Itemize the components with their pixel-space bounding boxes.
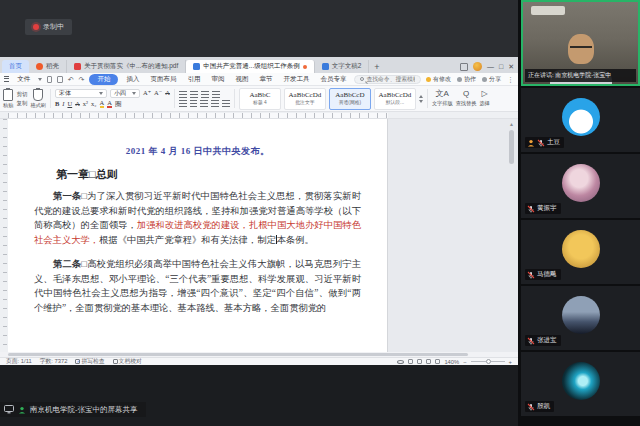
zoom-slider[interactable]	[471, 361, 505, 362]
proofread-toggle[interactable]: 文档校对	[113, 357, 142, 365]
decrease-indent-icon[interactable]	[201, 91, 209, 98]
collab-icon	[457, 77, 462, 82]
tab-active-document[interactable]: 中国共产党普通...级组织工作条例	[186, 60, 314, 73]
grow-font-button[interactable]: A⁺	[143, 90, 151, 97]
vertical-scrollbar[interactable]: ▲	[508, 121, 515, 350]
bullet-list-icon[interactable]	[179, 91, 187, 98]
cut-button[interactable]: 剪切	[16, 91, 27, 98]
new-tab-button[interactable]: +	[369, 60, 384, 73]
vertical-ruler[interactable]	[0, 119, 8, 352]
font-name-combo[interactable]: 宋体	[55, 89, 107, 98]
collaborate-button[interactable]: 协作	[457, 75, 476, 84]
align-left-icon[interactable]	[179, 100, 187, 107]
close-button[interactable]: ✕	[508, 63, 514, 70]
participant-video-tile[interactable]: 正在讲话: 南京机电学院-张宝中	[521, 0, 640, 86]
font-color-button[interactable]: A	[107, 100, 112, 109]
maximize-button[interactable]: □	[499, 63, 503, 70]
redo-icon[interactable]: ↷	[79, 76, 85, 83]
enclose-character-button[interactable]: 圈	[115, 101, 122, 108]
style-normal-grid[interactable]: AaBbCcD 普通(网格)	[329, 88, 371, 110]
zoom-level[interactable]: 140%	[444, 359, 459, 365]
file-menu[interactable]: 文件	[14, 74, 33, 85]
search-input[interactable]	[366, 76, 415, 82]
menu-tab-review[interactable]: 审阅	[208, 74, 227, 85]
tab-home[interactable]: 首页	[2, 60, 29, 73]
style-scroll-down-icon[interactable]	[419, 100, 423, 103]
zoom-out-button[interactable]: −	[463, 359, 466, 365]
clear-format-button[interactable]: A	[165, 90, 170, 97]
account-avatar[interactable]	[473, 62, 482, 71]
modified-status[interactable]: 有修改	[426, 75, 451, 84]
menu-tab-member[interactable]: 会员专享	[317, 74, 349, 85]
subscript-button[interactable]: x₂	[91, 101, 97, 108]
align-center-icon[interactable]	[190, 100, 197, 107]
font-size-combo[interactable]: 小四	[110, 89, 140, 98]
format-painter-button[interactable]: 格式刷	[30, 89, 46, 109]
document-page[interactable]: 2021 年 4 月 16 日中共中央发布。 第一章□总则 第一条□为了深入贯彻…	[8, 119, 388, 352]
zoom-in-button[interactable]: +	[509, 359, 512, 365]
style-comment-text[interactable]: AaBbCcDd 批注文字	[284, 88, 326, 110]
horizontal-ruler[interactable]	[0, 112, 518, 119]
style-scroll-up-icon[interactable]	[419, 95, 423, 98]
scrollbar-thumb[interactable]	[509, 130, 514, 164]
paste-button[interactable]: 粘贴	[3, 89, 13, 109]
hscroll-thumb[interactable]	[8, 353, 468, 356]
scroll-up-icon[interactable]: ▲	[508, 121, 515, 128]
fullscreen-icon[interactable]	[435, 359, 440, 364]
window-controls: — □ ✕	[460, 62, 518, 73]
undo-icon[interactable]: ↶	[68, 76, 74, 83]
tab-pdf-document[interactable]: 关于贯彻落实《中...布的通知.pdf	[67, 60, 186, 73]
tab-document-2[interactable]: 文字文稿2	[315, 60, 370, 73]
chevron-down-icon[interactable]	[38, 78, 42, 81]
strikethrough-button[interactable]: A	[75, 101, 80, 108]
spell-check-toggle[interactable]: 拼写检查	[75, 357, 104, 365]
select-button[interactable]: ▷ 选择	[479, 90, 489, 107]
menu-tab-references[interactable]: 引用	[184, 74, 203, 85]
view-mode-web-icon[interactable]	[417, 359, 422, 364]
copy-button[interactable]: 复制	[16, 100, 27, 107]
style-default-paragraph[interactable]: AaBbCcDd 默认段...	[374, 88, 416, 110]
tab-docer[interactable]: 稻壳	[29, 60, 67, 73]
menu-tab-insert[interactable]: 插入	[123, 74, 142, 85]
print-icon[interactable]	[57, 76, 62, 83]
style-heading4[interactable]: AaBbC 标题 4	[239, 88, 281, 110]
save-icon[interactable]	[47, 76, 52, 83]
participant-tile[interactable]: 马德飚	[521, 220, 640, 284]
participant-tile[interactable]: 殷凯	[521, 352, 640, 416]
line-spacing-icon[interactable]	[222, 100, 230, 107]
bold-button[interactable]: B	[55, 101, 59, 108]
highlight-color-button[interactable]: A	[100, 100, 105, 109]
shrink-font-button[interactable]: A⁻	[154, 90, 162, 97]
find-replace-button[interactable]: Q 查找替换	[456, 90, 477, 107]
checkbox-icon	[75, 359, 80, 364]
command-search-box[interactable]	[354, 75, 421, 84]
more-icon[interactable]: ⋮	[507, 76, 514, 83]
app-grid-icon[interactable]	[460, 63, 468, 71]
menu-tab-view[interactable]: 视图	[232, 74, 251, 85]
participant-tile[interactable]: 张进宝	[521, 286, 640, 350]
view-mode-outline-icon[interactable]	[426, 359, 431, 364]
menu-tab-page-layout[interactable]: 页面布局	[147, 74, 179, 85]
menu-tab-start[interactable]: 开始	[89, 74, 118, 85]
italic-button[interactable]: I	[62, 101, 64, 108]
justify-icon[interactable]	[211, 100, 219, 107]
underline-button[interactable]: U	[67, 101, 72, 108]
participant-tile[interactable]: 土豆	[521, 88, 640, 152]
align-right-icon[interactable]	[200, 100, 208, 107]
horizontal-scrollbar[interactable]	[0, 352, 518, 357]
hamburger-icon[interactable]	[4, 76, 9, 82]
zoom-slider-knob[interactable]	[486, 359, 491, 364]
increase-indent-icon[interactable]	[212, 91, 220, 98]
eye-protect-icon[interactable]	[397, 360, 404, 364]
minimize-button[interactable]: —	[487, 63, 494, 70]
text-layout-button[interactable]: 文A 文字排版	[432, 90, 453, 107]
menu-tab-dev-tools[interactable]: 开发工具	[280, 74, 312, 85]
find-replace-label: 查找替换	[456, 100, 477, 107]
share-banner-label: 南京机电学院-张宝中的屏幕共享	[30, 405, 138, 415]
share-button[interactable]: 分享	[482, 75, 501, 84]
participant-tile[interactable]: 黄振宇	[521, 154, 640, 218]
view-mode-page-icon[interactable]	[408, 359, 413, 364]
superscript-button[interactable]: x²	[83, 101, 88, 108]
menu-tab-section[interactable]: 章节	[256, 74, 275, 85]
numbered-list-icon[interactable]	[190, 91, 198, 98]
